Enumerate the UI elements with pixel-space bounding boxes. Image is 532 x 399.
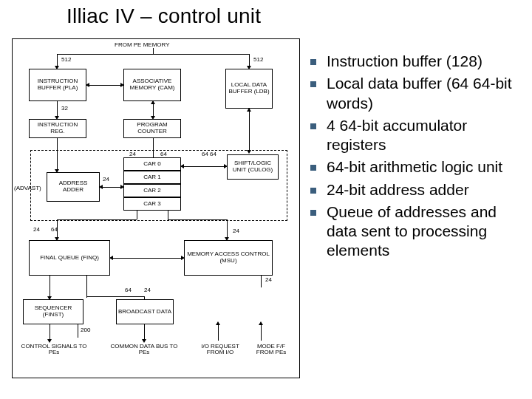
- instruction-reg-box: INSTRUCTION REG.: [29, 119, 86, 138]
- slide-title: Illiac IV – control unit: [66, 4, 261, 28]
- bullet-text: Queue of addresses and data sent to proc…: [327, 202, 523, 261]
- car2-box: CAR 2: [123, 184, 181, 197]
- car3-box: CAR 3: [123, 197, 181, 211]
- mode-ff-label: MODE F/F FROM PEs: [249, 344, 293, 355]
- final-queue-box: FINAL QUEUE (FINQ): [29, 240, 110, 276]
- common-data-bus-label: COMMON DATA BUS TO PEs: [107, 344, 181, 355]
- bus-width: 24: [103, 177, 109, 183]
- bus-width: 24: [33, 227, 40, 233]
- bullet-item: Instruction buffer (128): [310, 52, 523, 71]
- advast-label: (ADVAST): [14, 185, 41, 191]
- bullet-list: Instruction buffer (128) Local data buff…: [310, 52, 523, 264]
- car0-box: CAR 0: [123, 157, 181, 171]
- car1-box: CAR 1: [123, 171, 181, 184]
- bus-width: 24: [129, 151, 136, 157]
- bullet-text: 4 64-bit accumulator registers: [327, 116, 523, 155]
- bus-width: 64: [125, 287, 132, 293]
- bullet-marker-icon: [310, 188, 316, 194]
- bullet-marker-icon: [310, 81, 316, 87]
- bus-width: 64: [51, 227, 58, 233]
- instruction-buffer-box: INSTRUCTION BUFFER (PLA): [29, 69, 86, 101]
- bullet-text: Instruction buffer (128): [327, 52, 523, 71]
- bullet-item: Local data buffer (64 64-bit words): [310, 74, 523, 113]
- bus-width: 64 64: [202, 151, 216, 157]
- bullet-text: 64-bit arithmetic logic unit: [327, 157, 523, 177]
- slide: Illiac IV – control unit Instruction buf…: [0, 0, 532, 399]
- io-request-label: I/O REQUEST FROM I/O: [194, 344, 246, 355]
- bus-width: 32: [61, 106, 68, 112]
- program-counter-box: PROGRAM COUNTER: [123, 119, 181, 138]
- bus-width: 24: [233, 228, 239, 234]
- control-signals-label: CONTROL SIGNALS TO PEs: [20, 344, 88, 355]
- bus-width: 512: [61, 57, 71, 63]
- bullet-marker-icon: [310, 123, 316, 129]
- local-data-buffer-box: LOCAL DATA BUFFER (LDB): [225, 69, 273, 109]
- bullet-item: 4 64-bit accumulator registers: [310, 116, 523, 155]
- bullet-item: 24-bit address adder: [310, 180, 523, 200]
- bullet-item: Queue of addresses and data sent to proc…: [310, 202, 523, 261]
- bullet-marker-icon: [310, 165, 316, 171]
- bullet-item: 64-bit arithmetic logic unit: [310, 157, 523, 177]
- block-diagram: FROM PE MEMORY 512 512 INSTRUCTION BUFFE…: [12, 38, 300, 378]
- memory-access-control-box: MEMORY ACCESS CONTROL (MSU): [184, 240, 273, 276]
- from-pe-label: FROM PE MEMORY: [115, 42, 170, 48]
- bullet-text: Local data buffer (64 64-bit words): [327, 74, 523, 113]
- bus-width: 24: [144, 287, 151, 293]
- shift-logic-unit-box: SHIFT/LOGIC UNIT (CULOG): [227, 154, 279, 180]
- bus-width: 512: [253, 57, 263, 63]
- address-adder-box: ADDRESS ADDER: [47, 172, 100, 202]
- bus-width: 64: [160, 151, 167, 157]
- bus-width: 200: [81, 327, 90, 333]
- bullet-text: 24-bit address adder: [327, 180, 523, 200]
- bullet-marker-icon: [310, 210, 316, 216]
- broadcast-data-box: BROADCAST DATA: [116, 299, 174, 324]
- sequencer-box: SEQUENCER (FINST): [23, 299, 83, 324]
- associative-memory-box: ASSOCIATIVE MEMORY (CAM): [123, 69, 181, 101]
- bus-width: 24: [265, 277, 272, 283]
- bullet-marker-icon: [310, 59, 316, 65]
